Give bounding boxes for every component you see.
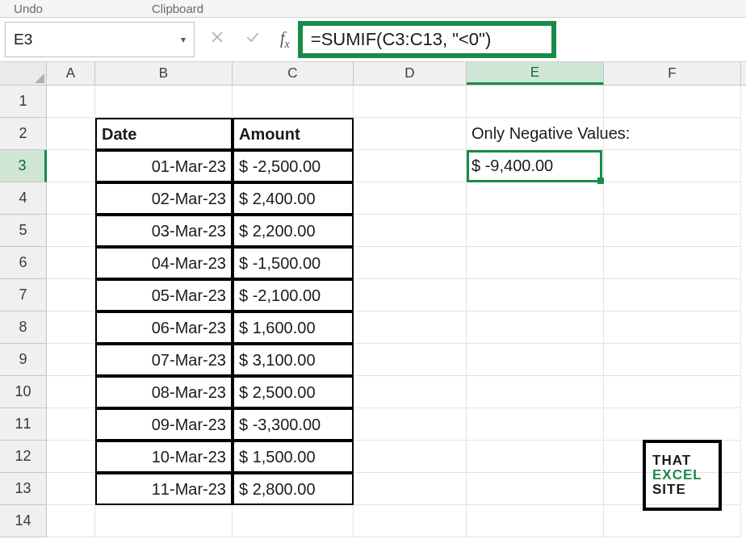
cell-F4[interactable]	[604, 182, 741, 215]
row-header-1[interactable]: 1	[0, 86, 47, 118]
cell-B13[interactable]: 11-Mar-23	[95, 473, 233, 505]
cell-E11[interactable]	[467, 408, 604, 441]
row-header-12[interactable]: 12	[0, 441, 47, 473]
cell-A1[interactable]	[47, 86, 95, 118]
cell-E2[interactable]: Only Negative Values:	[467, 118, 604, 150]
cell-F3[interactable]	[604, 150, 741, 182]
row-header-8[interactable]: 8	[0, 311, 47, 344]
cell-F8[interactable]	[604, 311, 741, 344]
cell-E9[interactable]	[467, 344, 604, 376]
select-all-button[interactable]	[0, 62, 47, 85]
cell-D3[interactable]	[354, 150, 467, 182]
chevron-down-icon[interactable]: ▾	[181, 34, 186, 45]
cell-B1[interactable]	[95, 86, 233, 118]
cell-C6[interactable]: $ -1,500.00	[233, 247, 354, 279]
cell-D11[interactable]	[354, 408, 467, 441]
cell-D1[interactable]	[354, 86, 467, 118]
cancel-icon[interactable]	[209, 29, 225, 50]
cell-F2[interactable]	[604, 118, 741, 150]
cell-C10[interactable]: $ 2,500.00	[233, 376, 354, 408]
cell-C14[interactable]	[233, 505, 354, 537]
cell-C11[interactable]: $ -3,300.00	[233, 408, 354, 441]
formula-input[interactable]: =SUMIF(C3:C13, "<0")	[298, 21, 556, 58]
row-header-2[interactable]: 2	[0, 118, 47, 150]
cell-D12[interactable]	[354, 441, 467, 473]
cell-F6[interactable]	[604, 247, 741, 279]
cell-A7[interactable]	[47, 279, 95, 311]
cell-C5[interactable]: $ 2,200.00	[233, 215, 354, 247]
col-header-A[interactable]: A	[47, 62, 95, 85]
cell-B14[interactable]	[95, 505, 233, 537]
cell-E14[interactable]	[467, 505, 604, 537]
cell-B7[interactable]: 05-Mar-23	[95, 279, 233, 311]
cell-D14[interactable]	[354, 505, 467, 537]
cell-C3[interactable]: $ -2,500.00	[233, 150, 354, 182]
cell-A10[interactable]	[47, 376, 95, 408]
cell-C13[interactable]: $ 2,800.00	[233, 473, 354, 505]
row-header-3[interactable]: 3	[0, 150, 47, 182]
cell-E12[interactable]	[467, 441, 604, 473]
cell-F10[interactable]	[604, 376, 741, 408]
cell-E5[interactable]	[467, 215, 604, 247]
cell-D7[interactable]	[354, 279, 467, 311]
row-header-10[interactable]: 10	[0, 376, 47, 408]
cell-A13[interactable]	[47, 473, 95, 505]
cell-A6[interactable]	[47, 247, 95, 279]
cell-B5[interactable]: 03-Mar-23	[95, 215, 233, 247]
cell-C7[interactable]: $ -2,100.00	[233, 279, 354, 311]
cell-D8[interactable]	[354, 311, 467, 344]
fx-icon[interactable]: fx	[280, 29, 290, 51]
cell-F11[interactable]	[604, 408, 741, 441]
cell-B6[interactable]: 04-Mar-23	[95, 247, 233, 279]
cell-A9[interactable]	[47, 344, 95, 376]
cell-F1[interactable]	[604, 86, 741, 118]
row-header-14[interactable]: 14	[0, 505, 47, 537]
cell-B11[interactable]: 09-Mar-23	[95, 408, 233, 441]
cell-C12[interactable]: $ 1,500.00	[233, 441, 354, 473]
row-header-13[interactable]: 13	[0, 473, 47, 505]
row-header-5[interactable]: 5	[0, 215, 47, 247]
col-header-F[interactable]: F	[604, 62, 741, 85]
cell-A12[interactable]	[47, 441, 95, 473]
cell-B10[interactable]: 08-Mar-23	[95, 376, 233, 408]
col-header-E[interactable]: E	[467, 62, 604, 85]
row-header-7[interactable]: 7	[0, 279, 47, 311]
row-header-9[interactable]: 9	[0, 344, 47, 376]
name-box[interactable]: E3 ▾	[5, 22, 195, 57]
row-header-6[interactable]: 6	[0, 247, 47, 279]
cell-C1[interactable]	[233, 86, 354, 118]
cell-F5[interactable]	[604, 215, 741, 247]
col-header-B[interactable]: B	[95, 62, 233, 85]
cell-D2[interactable]	[354, 118, 467, 150]
cell-D4[interactable]	[354, 182, 467, 215]
cell-E3[interactable]: $ -9,400.00	[467, 150, 604, 182]
cell-B3[interactable]: 01-Mar-23	[95, 150, 233, 182]
cell-C2[interactable]: Amount	[233, 118, 354, 150]
cell-F7[interactable]	[604, 279, 741, 311]
cell-C8[interactable]: $ 1,600.00	[233, 311, 354, 344]
cell-A14[interactable]	[47, 505, 95, 537]
cell-C9[interactable]: $ 3,100.00	[233, 344, 354, 376]
cell-B9[interactable]: 07-Mar-23	[95, 344, 233, 376]
cell-A11[interactable]	[47, 408, 95, 441]
cell-C4[interactable]: $ 2,400.00	[233, 182, 354, 215]
cell-B12[interactable]: 10-Mar-23	[95, 441, 233, 473]
cell-D10[interactable]	[354, 376, 467, 408]
cell-A3[interactable]	[47, 150, 95, 182]
cell-E4[interactable]	[467, 182, 604, 215]
cell-A4[interactable]	[47, 182, 95, 215]
cell-A2[interactable]	[47, 118, 95, 150]
cell-E1[interactable]	[467, 86, 604, 118]
cell-E8[interactable]	[467, 311, 604, 344]
cell-A5[interactable]	[47, 215, 95, 247]
cell-E10[interactable]	[467, 376, 604, 408]
cell-D6[interactable]	[354, 247, 467, 279]
row-header-4[interactable]: 4	[0, 182, 47, 215]
cell-D13[interactable]	[354, 473, 467, 505]
row-header-11[interactable]: 11	[0, 408, 47, 441]
cell-F9[interactable]	[604, 344, 741, 376]
col-header-C[interactable]: C	[233, 62, 354, 85]
cell-B2[interactable]: Date	[95, 118, 233, 150]
enter-icon[interactable]	[245, 29, 261, 50]
cell-A8[interactable]	[47, 311, 95, 344]
